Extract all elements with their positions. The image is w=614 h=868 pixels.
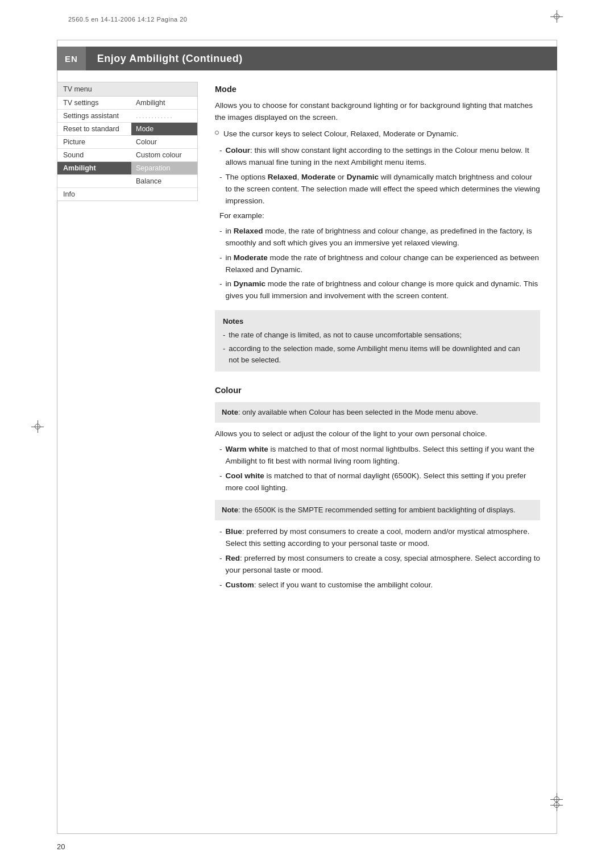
- menu-row-info: Info: [57, 188, 197, 201]
- dash-item-colour: - Colour: this will show constant light …: [219, 145, 540, 169]
- menu-right-customcolour: Custom colour: [131, 149, 197, 161]
- menu-row: Balance: [57, 175, 197, 188]
- content-area: TV menu TV settings Ambilight Settings a…: [57, 70, 557, 834]
- menu-row: Picture Colour: [57, 136, 197, 149]
- colour-heading: Colour: [215, 384, 540, 397]
- menu-title: TV menu: [57, 82, 197, 97]
- note-item-2: - according to the selection made, some …: [223, 343, 532, 366]
- notes-title: Notes: [223, 316, 532, 327]
- dash-sym9: -: [219, 553, 222, 565]
- dash-coolwhite: - Cool white is matched to that of norma…: [219, 470, 540, 494]
- menu-left-info: Info: [57, 188, 131, 201]
- menu-right-info-empty: [131, 188, 197, 201]
- menu-right-colour: Colour: [131, 136, 197, 148]
- dash-sym2: -: [219, 172, 222, 183]
- menu-left-tvsettings: TV settings: [57, 97, 131, 109]
- main-content: Mode Allows you to choose for constant b…: [198, 70, 557, 834]
- dash-sym3: -: [219, 226, 222, 237]
- dash-warmwhite: - Warm white is matched to that of most …: [219, 444, 540, 468]
- note-dash2: -: [223, 343, 225, 354]
- menu-row: Sound Custom colour: [57, 149, 197, 162]
- menu-left-reset: Reset to standard: [57, 123, 131, 135]
- dash-custom: - Custom: select if you want to customis…: [219, 579, 540, 591]
- menu-left-empty: [57, 175, 131, 187]
- en-badge: EN: [57, 47, 86, 70]
- note-text-1: the rate of change is limited, as not to…: [229, 329, 462, 341]
- menu-left-ambilight: Ambilight: [57, 162, 131, 174]
- note-item-1: - the rate of change is limited, as not …: [223, 329, 532, 341]
- dash-sym5: -: [219, 278, 222, 290]
- note-text-2: according to the selection made, some Am…: [229, 343, 532, 366]
- dash-blue-text: Blue: preferred by most consumers to cre…: [226, 526, 541, 550]
- meta-line: 2560.5 en 14-11-2006 14:12 Pagina 20: [68, 16, 187, 23]
- menu-right-ambilight: Ambilight: [131, 97, 197, 109]
- menu-right-separation: Separation: [131, 162, 197, 174]
- note-dash1: -: [223, 329, 225, 341]
- crosshair-top-right: [550, 10, 563, 23]
- bullet-dot: [215, 131, 219, 135]
- mode-bullet1: Use the cursor keys to select Colour, Re…: [215, 128, 540, 140]
- mode-heading: Mode: [215, 83, 540, 95]
- page-number: 20: [57, 842, 65, 851]
- dash-warmwhite-text: Warm white is matched to that of most no…: [226, 444, 541, 468]
- dash-sym8: -: [219, 526, 222, 538]
- dash-red: - Red: preferred by most consumers to cr…: [219, 553, 540, 577]
- menu-right-dotted: ............: [131, 110, 197, 122]
- title-bar: EN Enjoy Ambilight (Continued): [57, 47, 557, 70]
- menu-row: Reset to standard Mode: [57, 123, 197, 136]
- dash-moderate: - in Moderate mode the rate of brightnes…: [219, 252, 540, 276]
- menu-right-mode: Mode: [131, 123, 197, 135]
- menu-row-ambilight: Ambilight Separation: [57, 162, 197, 175]
- dash-blue: - Blue: preferred by most consumers to c…: [219, 526, 540, 550]
- page-title: Enjoy Ambilight (Continued): [86, 53, 243, 65]
- dash-sym4: -: [219, 252, 222, 264]
- dash-options-text: The options Relaxed, Moderate or Dynamic…: [226, 172, 541, 207]
- dash-sym10: -: [219, 579, 222, 591]
- dash-colour-text: Colour: this will show constant light ac…: [226, 145, 541, 169]
- dash-sym6: -: [219, 444, 222, 456]
- menu-box: TV menu TV settings Ambilight Settings a…: [57, 82, 198, 201]
- dash-item-options: - The options Relaxed, Moderate or Dynam…: [219, 172, 540, 207]
- menu-left-settings: Settings assistant: [57, 110, 131, 122]
- dash-relaxed: - in Relaxed mode, the rate of brightnes…: [219, 226, 540, 249]
- dash-custom-text: Custom: select if you want to customise …: [226, 579, 433, 591]
- sidebar: TV menu TV settings Ambilight Settings a…: [57, 70, 198, 834]
- dash-dynamic: - in Dynamic mode the rate of brightness…: [219, 278, 540, 302]
- dash-coolwhite-text: Cool white is matched to that of normal …: [226, 470, 541, 494]
- crosshair-left: [31, 420, 44, 433]
- border-top: [57, 40, 557, 40]
- colour-note1: Note: only available when Colour has bee…: [215, 402, 540, 423]
- menu-row: Settings assistant ............: [57, 110, 197, 123]
- for-example: For example:: [219, 210, 540, 222]
- colour-note2: Note: the 6500K is the SMPTE recommended…: [215, 500, 540, 520]
- dash-sym7: -: [219, 470, 222, 482]
- dash-sym: -: [219, 145, 222, 157]
- dash-dynamic-text: in Dynamic mode the rate of brightness a…: [226, 278, 541, 302]
- dash-red-text: Red: preferred by most consumers to crea…: [226, 553, 541, 577]
- notes-box: Notes - the rate of change is limited, a…: [215, 310, 540, 372]
- menu-right-balance: Balance: [131, 175, 197, 187]
- menu-row: TV settings Ambilight: [57, 97, 197, 110]
- menu-left-sound: Sound: [57, 149, 131, 161]
- mode-para1: Allows you to choose for constant backgr…: [215, 100, 540, 124]
- colour-para1: Allows you to select or adjust the colou…: [215, 428, 540, 440]
- dash-moderate-text: in Moderate mode the rate of brightness …: [226, 252, 541, 276]
- mode-bullet1-text: Use the cursor keys to select Colour, Re…: [223, 128, 458, 140]
- dash-relaxed-text: in Relaxed mode, the rate of brightness …: [226, 226, 541, 249]
- menu-left-picture: Picture: [57, 136, 131, 148]
- crosshair-bottom-right-2: [550, 793, 563, 806]
